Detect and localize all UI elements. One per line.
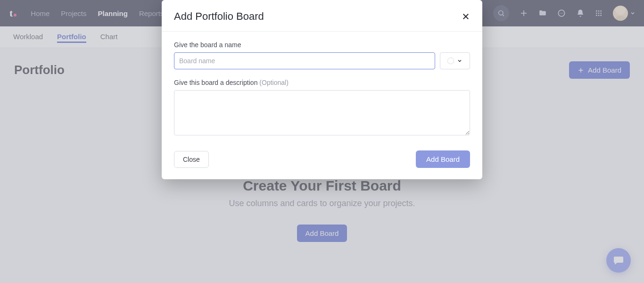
board-desc-label: Give this board a description (Optional)	[174, 79, 470, 86]
close-icon	[462, 12, 470, 21]
modal-submit-button[interactable]: Add Board	[416, 150, 470, 168]
color-swatch-icon	[447, 58, 454, 64]
modal-close-secondary-button[interactable]: Close	[174, 151, 209, 168]
chevron-down-icon	[457, 58, 462, 64]
modal-body: Give the board a name Give this board a …	[162, 32, 482, 141]
modal-overlay[interactable]: Add Portfolio Board Give the board a nam…	[0, 0, 644, 283]
modal-title: Add Portfolio Board	[174, 10, 264, 23]
desc-label-text: Give this board a description	[174, 79, 257, 86]
modal-close-button[interactable]	[462, 12, 470, 21]
modal-footer: Close Add Board	[162, 141, 482, 179]
board-description-input[interactable]	[174, 90, 470, 135]
desc-optional-text: (Optional)	[259, 79, 288, 86]
board-color-picker[interactable]	[440, 52, 470, 69]
board-name-label: Give the board a name	[174, 41, 470, 49]
modal-header: Add Portfolio Board	[162, 0, 482, 32]
board-name-input[interactable]	[174, 52, 435, 69]
add-portfolio-board-modal: Add Portfolio Board Give the board a nam…	[162, 0, 482, 179]
